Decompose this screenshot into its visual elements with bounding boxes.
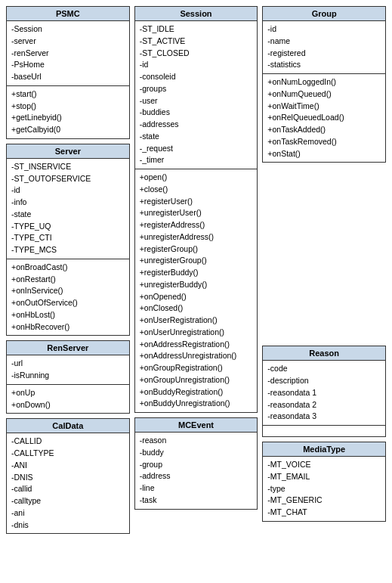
reason-empty: [263, 426, 385, 436]
attr-item: -ST_ACTIVE: [140, 36, 253, 48]
attr-item: -consoleid: [140, 71, 253, 83]
method-item: +onUserUnregistration(): [140, 327, 253, 339]
attr-item: -groups: [140, 83, 253, 95]
mcevent-attributes: -reason -buddy -group -address -line -ta…: [135, 433, 258, 509]
method-item: +onRelQueuedLoad(): [267, 112, 381, 124]
group-class: Group -id -name -registered -statistics …: [262, 6, 386, 163]
method-item: +registerGroup(): [140, 243, 253, 256]
attr-item: -id: [140, 59, 253, 71]
method-item: +onBuddyUnregistration(): [140, 398, 253, 410]
attr-item: -MT_VOICE: [267, 459, 381, 471]
mediatype-class: MediaType -MT_VOICE -MT_EMAIL -type -MT_…: [262, 442, 386, 522]
attr-item: -server: [11, 36, 125, 48]
attr-item: -statistics: [267, 59, 381, 71]
session-class: Session -ST_IDLE -ST_ACTIVE -ST_CLOSED -…: [134, 6, 258, 413]
method-item: +onBuddyRegistration(): [140, 386, 253, 398]
server-attributes: -ST_INSERVICE -ST_OUTOFSERVICE -id -info…: [7, 159, 129, 259]
attr-item: -CALLID: [11, 436, 125, 448]
attr-item: -baseUrl: [11, 71, 125, 83]
attr-item: -dnis: [11, 519, 125, 532]
group-header: Group: [263, 7, 385, 21]
attr-item: -MT_EMAIL: [267, 471, 381, 483]
attr-item: -reasondata 1: [267, 387, 381, 399]
session-attributes: -ST_IDLE -ST_ACTIVE -ST_CLOSED -id -cons…: [135, 21, 258, 169]
attr-item: -group: [140, 459, 253, 471]
attr-item: -ANI: [11, 460, 125, 472]
method-item: +onClosed(): [140, 302, 253, 315]
mcevent-class: MCEvent -reason -buddy -group -address -…: [134, 417, 258, 510]
attr-item: -ST_IDLE: [140, 23, 253, 36]
attr-item: -url: [11, 358, 125, 370]
mediatype-attributes: -MT_VOICE -MT_EMAIL -type -MT_GENERIC -M…: [263, 457, 385, 521]
attr-item: -calltype: [11, 495, 125, 507]
attr-item: -state: [11, 209, 125, 221]
method-item: +onRestart(): [11, 274, 125, 286]
column-3: Group -id -name -registered -statistics …: [262, 6, 386, 522]
attr-item: -reasondata 2: [267, 399, 381, 411]
psmc-header: PSMC: [7, 7, 129, 21]
method-item: +start(): [11, 88, 125, 101]
method-item: +onGroupRegistration(): [140, 362, 253, 374]
attr-item: -DNIS: [11, 472, 125, 484]
mcevent-header: MCEvent: [135, 418, 258, 433]
method-item: +onHbLost(): [11, 309, 125, 321]
method-item: +registerAddress(): [140, 219, 253, 231]
method-item: +onWaitTime(): [267, 101, 381, 113]
attr-item: -registered: [267, 48, 381, 60]
attr-item: -code: [267, 363, 381, 375]
method-item: +onAddressUnregistration(): [140, 350, 253, 362]
attr-item: -info: [11, 197, 125, 209]
method-item: +onTaskAdded(): [267, 124, 381, 136]
attr-item: -MT_CHAT: [267, 507, 381, 519]
attr-item: -CALLTYPE: [11, 448, 125, 460]
attr-item: -line: [140, 482, 253, 495]
attr-item: -addresses: [140, 119, 253, 131]
attr-item: -TYPE_UQ: [11, 221, 125, 233]
method-item: +registerBuddy(): [140, 267, 253, 279]
col3-spacer: [262, 167, 386, 341]
method-item: +getLinebyid(): [11, 112, 125, 124]
psmc-class: PSMC -Session -server -renServer -PsHome…: [6, 6, 130, 139]
attr-item: -reasondata 3: [267, 411, 381, 423]
server-methods: +onBroadCast() +onRestart() +onInService…: [7, 259, 129, 336]
method-item: +onHbRecover(): [11, 321, 125, 333]
psmc-attributes: -Session -server -renServer -PsHome -bas…: [7, 21, 129, 86]
session-methods: +open() +close() +registerUser() +unregi…: [135, 169, 258, 412]
attr-item: -renServer: [11, 48, 125, 60]
session-header: Session: [135, 7, 258, 21]
renserver-class: RenServer -url -isRunning +onUp +onDown(…: [6, 340, 130, 414]
mediatype-header: MediaType: [263, 442, 385, 457]
reason-class: Reason -code -description -reasondata 1 …: [262, 346, 386, 437]
method-item: +onAddressRegistration(): [140, 339, 253, 351]
method-item: +onOutOfService(): [11, 297, 125, 309]
attr-item: -user: [140, 95, 253, 107]
attr-item: -buddy: [140, 447, 253, 459]
method-item: +onBroadCast(): [11, 262, 125, 274]
attr-item: -buddies: [140, 107, 253, 119]
method-item: +open(): [140, 172, 253, 184]
attr-item: -callid: [11, 483, 125, 495]
method-item: +unregisterGroup(): [140, 255, 253, 267]
method-item: +onDown(): [11, 399, 125, 411]
reason-attributes: -code -description -reasondata 1 -reason…: [263, 361, 385, 426]
method-item: +getCalbyid(0: [11, 124, 125, 136]
caldata-class: CalData -CALLID -CALLTYPE -ANI -DNIS -ca…: [6, 418, 130, 534]
attr-item: -name: [267, 36, 381, 48]
method-item: +close(): [140, 184, 253, 196]
attr-item: -address: [140, 470, 253, 482]
method-item: +unregisterBuddy(): [140, 279, 253, 291]
method-item: +onOpened(): [140, 291, 253, 303]
attr-item: -ani: [11, 507, 125, 519]
method-item: +onNumQueued(): [267, 88, 381, 101]
attr-item: -_timer: [140, 154, 253, 166]
attr-item: -TYPE_MCS: [11, 244, 125, 256]
attr-item: -ST_CLOSED: [140, 48, 253, 60]
reason-header: Reason: [263, 346, 385, 361]
column-1: PSMC -Session -server -renServer -PsHome…: [6, 6, 130, 534]
attr-item: -description: [267, 375, 381, 387]
method-item: +onStat(): [267, 148, 381, 160]
method-item: +onNumLoggedIn(): [267, 76, 381, 88]
method-item: +onUserRegistration(): [140, 315, 253, 327]
attr-item: -isRunning: [11, 370, 125, 382]
method-item: +stop(): [11, 101, 125, 113]
